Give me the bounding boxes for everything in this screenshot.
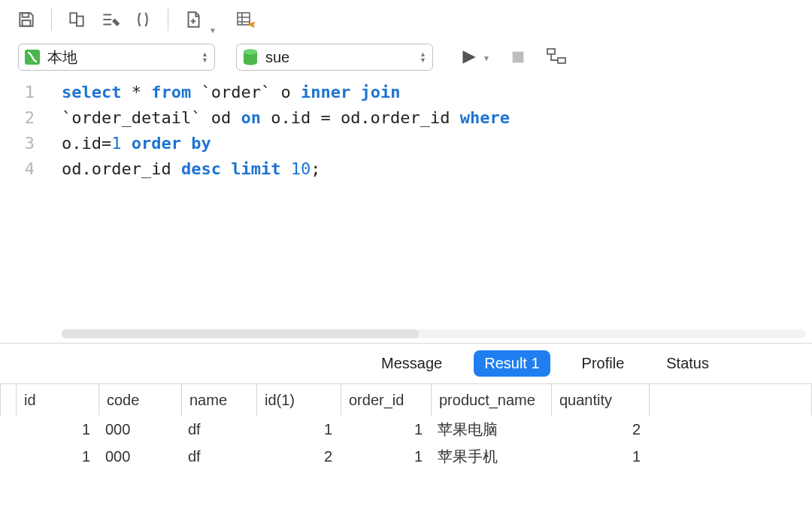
cell[interactable]: df [180,448,256,465]
selectors-row: 本地 ▲▼ sue ▲▼ ▼ [0,39,812,75]
duplicate-icon[interactable] [64,7,89,32]
parentheses-icon[interactable] [130,7,156,32]
separator [51,8,52,31]
svg-rect-10 [558,58,565,63]
dropdown-indicator-icon[interactable]: ▼ [209,26,217,39]
cell[interactable]: 1 [340,421,430,438]
svg-rect-4 [238,13,250,25]
chevron-updown-icon: ▲▼ [420,51,426,63]
tab-profile[interactable]: Profile [571,350,635,377]
save-icon[interactable] [14,7,39,32]
column-header[interactable]: name [182,384,257,416]
cell[interactable]: 2 [550,421,648,438]
layout-tree-icon[interactable] [546,47,567,67]
cell[interactable]: 1 [15,448,98,465]
cell[interactable]: 2 [256,448,340,465]
column-header[interactable]: id [17,384,99,416]
line-number: 2 [0,105,35,131]
cell[interactable]: 1 [15,421,98,438]
column-header[interactable]: code [99,384,182,416]
grid-header-spacer [0,384,17,416]
line-gutter: 1234 [0,80,47,343]
svg-rect-3 [77,17,83,26]
separator [168,8,168,31]
database-label: sue [265,49,289,66]
sql-editor[interactable]: 1234 select * from `order` o inner join`… [0,75,812,343]
line-number: 1 [0,80,35,105]
stop-icon[interactable] [510,49,526,65]
cell[interactable]: 苹果电脑 [430,420,550,440]
code-line[interactable]: `order_detail` od on o.id = od.order_id … [62,105,797,131]
svg-point-7 [244,50,257,55]
database-selector[interactable]: sue ▲▼ [236,44,433,71]
new-document-icon[interactable] [180,7,206,32]
cell[interactable]: 苹果手机 [430,447,550,467]
cell[interactable]: 1 [256,421,340,438]
connection-icon [23,48,41,66]
code-line[interactable]: select * from `order` o inner join [62,80,797,105]
table-row[interactable]: 1000df11苹果电脑2 [0,416,812,443]
results-grid: idcodenameid(1)order_idproduct_namequant… [0,383,812,470]
svg-rect-2 [70,13,77,23]
run-icon[interactable] [459,47,478,67]
cell[interactable]: 1 [340,448,430,465]
column-header[interactable]: id(1) [257,384,341,416]
toolbar: ▼ [0,0,812,39]
horizontal-scrollbar[interactable] [62,329,806,338]
code-line[interactable]: o.id=1 order by [62,131,797,156]
svg-rect-0 [23,13,29,17]
svg-rect-1 [23,20,31,26]
connection-label: 本地 [47,47,77,68]
cell[interactable]: 1 [550,448,648,465]
tab-status[interactable]: Status [656,350,720,377]
cell[interactable]: 000 [98,421,180,438]
dropdown-indicator-icon[interactable]: ▼ [483,54,490,67]
column-header[interactable]: product_name [432,384,552,416]
chevron-updown-icon: ▲▼ [201,51,208,63]
column-header[interactable]: quantity [552,384,650,416]
connection-selector[interactable]: 本地 ▲▼ [18,44,215,71]
database-icon [241,48,259,66]
results-tabs: Message Result 1 Profile Status [0,343,812,383]
edit-list-icon[interactable] [97,7,123,32]
tab-message[interactable]: Message [371,350,453,377]
export-grid-icon[interactable] [233,7,259,32]
cell[interactable]: df [180,421,256,438]
table-row[interactable]: 1000df21苹果手机1 [0,443,812,470]
line-number: 4 [0,156,35,182]
svg-rect-8 [513,52,524,63]
grid-header: idcodenameid(1)order_idproduct_namequant… [0,384,812,416]
column-header[interactable]: order_id [341,384,432,416]
column-header-spacer [650,384,812,416]
cell[interactable]: 000 [98,448,180,465]
code-area[interactable]: select * from `order` o inner join`order… [47,80,812,343]
run-controls: ▼ [459,47,567,67]
line-number: 3 [0,131,35,156]
svg-rect-9 [547,49,555,54]
tab-result[interactable]: Result 1 [474,350,550,377]
code-line[interactable]: od.order_id desc limit 10; [62,156,797,182]
